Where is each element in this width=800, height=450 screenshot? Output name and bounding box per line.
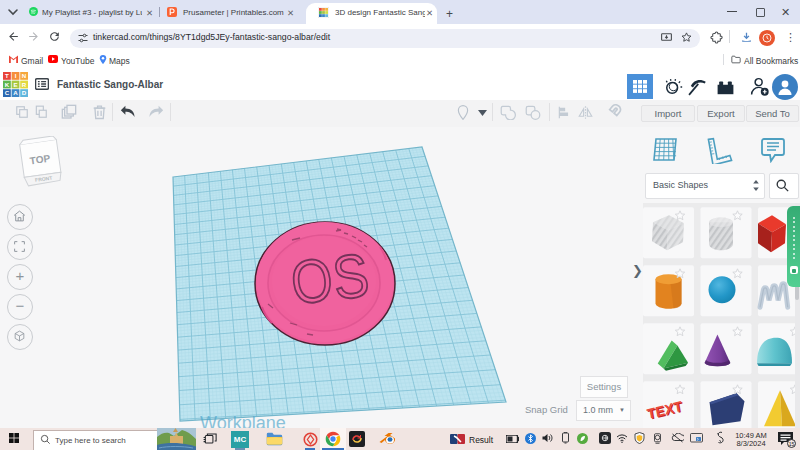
svg-text:R: R — [22, 81, 27, 88]
svg-text:15: 15 — [789, 441, 795, 447]
svg-text:D: D — [22, 89, 27, 96]
svg-text:E: E — [13, 81, 17, 88]
svg-text:Workplane: Workplane — [200, 413, 286, 428]
svg-text:N: N — [22, 72, 27, 79]
svg-text:C: C — [5, 89, 10, 96]
svg-text:I: I — [15, 72, 17, 79]
svg-text:OS: OS — [287, 240, 373, 317]
svg-text:A: A — [13, 89, 18, 96]
svg-text:T: T — [5, 72, 9, 79]
svg-text:K: K — [5, 81, 10, 88]
